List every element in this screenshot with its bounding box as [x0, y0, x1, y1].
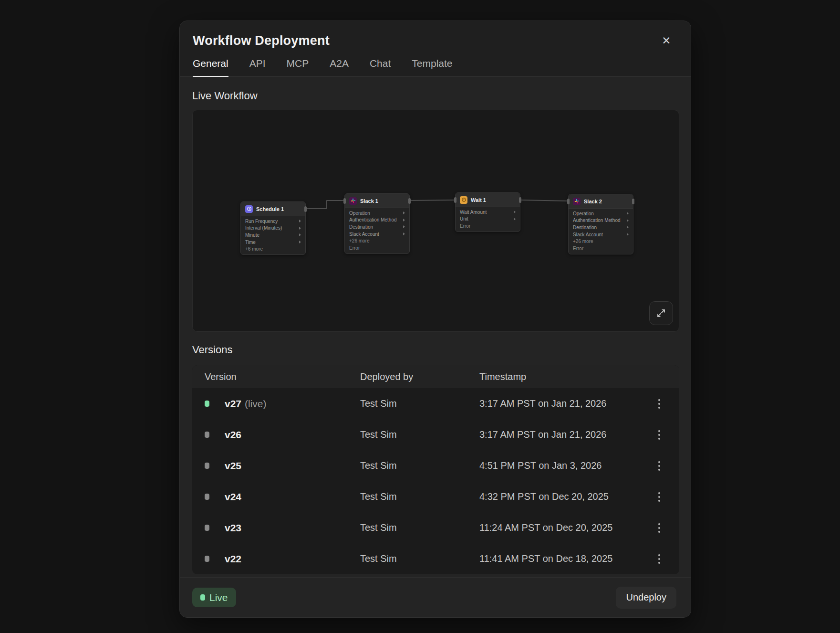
field-chevron-icon — [514, 218, 516, 221]
timestamp: 3:17 AM PST on Jan 21, 2026 — [479, 398, 651, 409]
tab-api[interactable]: API — [249, 58, 266, 77]
connector-handle[interactable] — [519, 197, 521, 203]
field-chevron-icon — [627, 219, 629, 222]
field-chevron-icon — [627, 233, 629, 236]
undeploy-button[interactable]: Undeploy — [616, 587, 676, 609]
field-chevron-icon — [403, 219, 405, 222]
node-field: Destination — [569, 224, 633, 231]
versions-heading: Versions — [192, 344, 678, 356]
row-menu-button[interactable] — [651, 519, 668, 537]
version-row[interactable]: v23 Test Sim 11:24 AM PST on Dec 20, 202… — [192, 512, 679, 543]
node-field: Operation — [569, 210, 633, 217]
node-field: Authentication Method — [569, 217, 633, 224]
node-field: Slack Account — [345, 231, 409, 238]
field-chevron-icon — [514, 211, 516, 213]
dialog-header: Workflow Deployment ✕ General API MCP A2… — [180, 21, 691, 77]
row-menu-button[interactable] — [651, 488, 668, 506]
node-field: Minute — [241, 232, 305, 239]
version-label: v26 — [225, 429, 360, 441]
version-row[interactable]: v27(live) Test Sim 3:17 AM PST on Jan 21… — [192, 388, 679, 419]
version-row[interactable]: v22 Test Sim 11:41 AM PST on Dec 18, 202… — [192, 543, 679, 574]
node-more-fields: +6 more — [241, 245, 305, 253]
row-menu-button[interactable] — [651, 426, 668, 443]
status-dot — [205, 525, 209, 531]
kebab-icon — [658, 523, 660, 533]
node-more-fields: +26 more — [569, 238, 633, 245]
schedule-clock-icon — [245, 205, 253, 213]
tab-mcp[interactable]: MCP — [287, 58, 309, 77]
kebab-icon — [658, 399, 660, 409]
live-status-label: Live — [209, 592, 228, 603]
dialog-title: Workflow Deployment — [193, 33, 678, 48]
status-dot — [205, 494, 209, 500]
dialog-footer: Live Undeploy — [180, 577, 691, 617]
node-schedule-1[interactable]: Schedule 1 Run Frequency Interval (Minut… — [240, 201, 306, 255]
live-workflow-heading: Live Workflow — [192, 90, 678, 102]
node-field: Interval (Minutes) — [241, 225, 305, 232]
connector-handle[interactable] — [408, 198, 411, 204]
connector-handle[interactable] — [567, 199, 570, 204]
node-field: Destination — [345, 223, 409, 231]
row-menu-button[interactable] — [651, 550, 668, 568]
version-label: v24 — [225, 491, 360, 503]
node-field: Run Frequency — [241, 218, 305, 225]
row-menu-button[interactable] — [651, 395, 668, 412]
expand-icon — [656, 308, 666, 318]
node-title: Schedule 1 — [256, 206, 284, 212]
node-slack-2[interactable]: Slack 2 Operation Authentication Method … — [568, 194, 633, 254]
version-row[interactable]: v26 Test Sim 3:17 AM PST on Jan 21, 2026 — [192, 419, 679, 450]
workflow-canvas[interactable]: Schedule 1 Run Frequency Interval (Minut… — [192, 110, 679, 332]
status-dot — [205, 401, 209, 407]
connector-handle[interactable] — [304, 206, 307, 212]
connector-handle[interactable] — [343, 198, 346, 204]
version-row[interactable]: v25 Test Sim 4:51 PM PST on Jan 3, 2026 — [192, 450, 679, 481]
node-field: Authentication Method — [345, 217, 409, 224]
row-menu-button[interactable] — [651, 457, 668, 475]
field-chevron-icon — [299, 241, 301, 243]
field-chevron-icon — [403, 225, 405, 228]
node-field: Time — [241, 239, 305, 246]
node-header: Wait 1 — [456, 193, 520, 207]
live-status-dot — [200, 594, 205, 601]
dialog-body: Live Workflow Schedule 1 Run Frequency — [180, 77, 691, 577]
workflow-deployment-dialog: Workflow Deployment ✕ General API MCP A2… — [179, 21, 691, 618]
kebab-icon — [658, 492, 660, 502]
node-error-field: Error — [456, 222, 520, 230]
tab-template[interactable]: Template — [412, 58, 452, 77]
node-fields: Run Frequency Interval (Minutes) Minute … — [241, 216, 305, 254]
version-label: v27(live) — [225, 398, 360, 410]
node-title: Slack 2 — [584, 199, 602, 204]
deployed-by: Test Sim — [360, 460, 479, 471]
column-header-deployed: Deployed by — [360, 371, 479, 382]
tab-chat[interactable]: Chat — [370, 58, 391, 77]
node-wait-1[interactable]: Wait 1 Wait Amount Unit Error — [455, 192, 520, 232]
node-title: Slack 1 — [360, 198, 378, 204]
connector-handle[interactable] — [632, 199, 634, 204]
field-chevron-icon — [627, 212, 629, 215]
node-field: Unit — [456, 216, 520, 223]
connector-handle[interactable] — [454, 197, 456, 203]
node-header: Schedule 1 — [241, 202, 305, 216]
deployed-by: Test Sim — [360, 429, 479, 440]
timestamp: 11:24 AM PST on Dec 20, 2025 — [479, 522, 651, 533]
slack-icon — [573, 198, 581, 205]
tab-a2a[interactable]: A2A — [330, 58, 349, 77]
close-button[interactable]: ✕ — [658, 32, 674, 49]
node-fields: Operation Authentication Method Destinat… — [345, 208, 409, 253]
field-chevron-icon — [627, 226, 629, 229]
version-row[interactable]: v24 Test Sim 4:32 PM PST on Dec 20, 2025 — [192, 481, 679, 512]
timestamp: 3:17 AM PST on Jan 21, 2026 — [479, 429, 651, 440]
kebab-icon — [658, 554, 660, 564]
field-chevron-icon — [403, 211, 405, 214]
expand-canvas-button[interactable] — [649, 301, 673, 325]
kebab-icon — [658, 430, 660, 440]
node-slack-1[interactable]: Slack 1 Operation Authentication Method … — [344, 193, 410, 254]
node-error-field: Error — [345, 244, 409, 252]
node-fields: Operation Authentication Method Destinat… — [569, 209, 633, 254]
field-chevron-icon — [403, 232, 405, 235]
field-chevron-icon — [299, 220, 301, 222]
versions-table-header: Version Deployed by Timestamp — [192, 365, 679, 388]
versions-table: Version Deployed by Timestamp v27(live) … — [192, 365, 679, 574]
tab-general[interactable]: General — [193, 58, 228, 77]
node-field: Wait Amount — [456, 209, 520, 216]
